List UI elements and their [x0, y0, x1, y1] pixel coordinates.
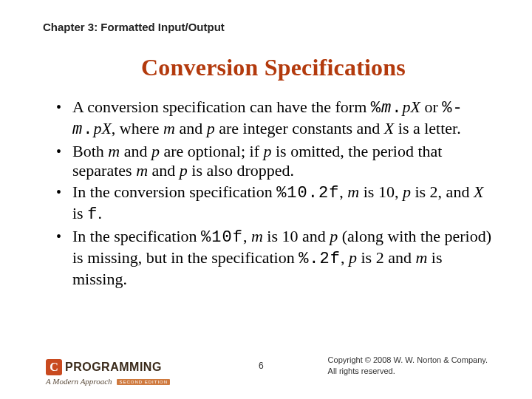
footer: C PROGRAMMING A Modern Approach SECOND E…: [0, 344, 532, 386]
text: is a letter.: [394, 119, 460, 137]
italic: m: [163, 119, 175, 137]
italic: p: [263, 142, 271, 160]
code-italic: m: [381, 99, 392, 117]
list-item: A conversion specification can have the …: [56, 98, 497, 140]
text: are optional; if: [160, 142, 264, 160]
italic: X: [474, 183, 483, 201]
italic: X: [384, 119, 394, 137]
text: A conversion specification can have the …: [72, 98, 371, 116]
italic: p: [403, 183, 411, 201]
text: is: [72, 204, 87, 222]
italic: p: [207, 119, 215, 137]
chapter-label: Chapter 3: Formatted Input/Output: [43, 21, 497, 33]
book-logo: C PROGRAMMING A Modern Approach SECOND E…: [46, 359, 170, 386]
copyright-line-1: Copyright © 2008 W. W. Norton & Company.: [328, 355, 488, 366]
italic: m: [251, 227, 263, 245]
text: is 2 and: [357, 248, 415, 267]
code: %: [371, 99, 381, 117]
italic: pX: [402, 98, 420, 116]
logo-c-icon: C: [46, 359, 62, 375]
code: %10f: [201, 228, 243, 247]
italic: m: [415, 248, 427, 267]
code: .: [83, 120, 93, 139]
text: and: [120, 142, 151, 160]
text: is 10 and: [263, 227, 330, 245]
page-number: 6: [259, 361, 264, 371]
italic: p: [180, 161, 188, 180]
text: are integer constants and: [215, 119, 384, 137]
text: .: [98, 204, 102, 222]
logo-word: PROGRAMMING: [65, 361, 162, 374]
copyright: Copyright © 2008 W. W. Norton & Company.…: [328, 355, 488, 377]
list-item: Both m and p are optional; if p is omitt…: [56, 142, 497, 182]
text: In the conversion specification: [72, 183, 276, 201]
text: or: [420, 98, 442, 116]
logo-subtitle: A Modern Approach SECOND EDITION: [46, 377, 170, 386]
text: is also dropped.: [188, 161, 294, 180]
italic: m: [347, 183, 359, 201]
logo-sub-text: A Modern Approach: [46, 377, 112, 386]
code: .: [392, 99, 402, 117]
italic: pX: [93, 119, 111, 137]
code-italic: m: [72, 120, 83, 139]
text: ,: [341, 248, 349, 267]
code: %-: [442, 99, 463, 117]
text: In the specification: [72, 227, 201, 245]
list-item: In the specification %10f, m is 10 and p…: [56, 227, 497, 289]
text: ,: [243, 227, 251, 245]
text: Both: [72, 142, 108, 160]
copyright-line-2: All rights reserved.: [328, 366, 488, 377]
text: , where: [112, 119, 163, 137]
logo-edition-badge: SECOND EDITION: [117, 379, 170, 385]
italic: p: [330, 227, 338, 245]
italic: m: [136, 161, 148, 180]
logo-top: C PROGRAMMING: [46, 359, 170, 375]
slide-title: Conversion Specifications: [50, 54, 497, 81]
italic: p: [151, 142, 160, 160]
slide: Chapter 3: Formatted Input/Output Conver…: [0, 0, 532, 399]
code: f: [87, 205, 98, 224]
text: and: [175, 119, 207, 137]
code: %10.2f: [276, 184, 339, 202]
code: %.2f: [299, 250, 341, 268]
italic: p: [349, 248, 357, 267]
text: and: [148, 161, 180, 180]
text: is 10,: [359, 183, 403, 201]
text: is 2, and: [411, 183, 474, 201]
list-item: In the conversion specification %10.2f, …: [56, 183, 497, 225]
text: ,: [339, 183, 347, 201]
italic: m: [108, 142, 120, 160]
bullet-list: A conversion specification can have the …: [50, 98, 497, 289]
